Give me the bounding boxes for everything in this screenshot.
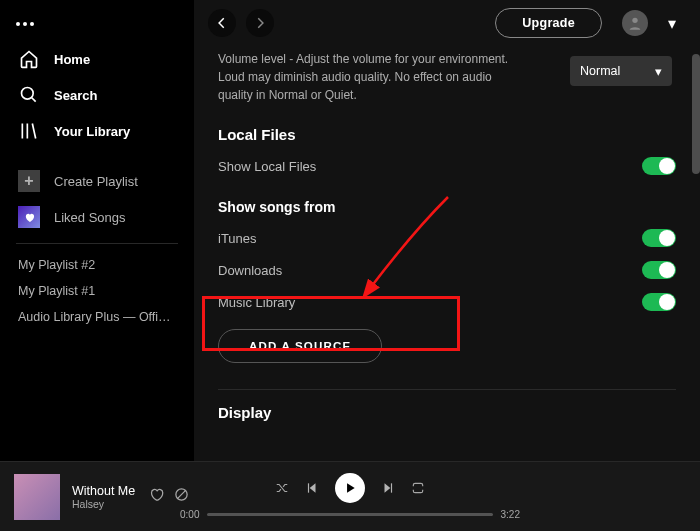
source-label: Downloads [218, 263, 282, 278]
nav-search-label: Search [54, 88, 97, 103]
playlist-item[interactable]: Audio Library Plus — Officia... [0, 304, 194, 330]
plus-icon: + [18, 170, 40, 192]
current-time: 0:00 [180, 509, 199, 520]
user-avatar[interactable] [622, 10, 648, 36]
source-toggle-downloads[interactable] [642, 261, 676, 279]
svg-marker-11 [385, 483, 391, 492]
liked-songs-label: Liked Songs [54, 210, 126, 225]
source-toggle-itunes[interactable] [642, 229, 676, 247]
sidebar-divider [16, 243, 178, 244]
shuffle-button[interactable] [275, 481, 289, 495]
svg-rect-12 [391, 483, 392, 492]
svg-point-5 [632, 18, 637, 23]
progress-bar[interactable] [207, 513, 492, 516]
add-source-button[interactable]: ADD A SOURCE [218, 329, 382, 363]
track-title[interactable]: Without Me [72, 484, 135, 498]
create-playlist-label: Create Playlist [54, 174, 138, 189]
window-menu-icon[interactable] [0, 8, 194, 35]
search-icon [18, 84, 40, 106]
upgrade-button[interactable]: Upgrade [495, 8, 602, 38]
svg-rect-9 [308, 483, 309, 492]
back-button[interactable] [208, 9, 236, 37]
svg-line-1 [32, 98, 36, 102]
source-label: Music Library [218, 295, 295, 310]
track-artist[interactable]: Halsey [72, 498, 135, 510]
nav-library[interactable]: Your Library [0, 113, 194, 149]
svg-point-0 [22, 88, 34, 100]
liked-songs[interactable]: Liked Songs [0, 199, 194, 235]
heart-icon [18, 206, 40, 228]
source-label: iTunes [218, 231, 257, 246]
next-button[interactable] [381, 481, 395, 495]
playlist-item[interactable]: My Playlist #1 [0, 278, 194, 304]
show-songs-header: Show songs from [218, 199, 676, 215]
nav-home[interactable]: Home [0, 41, 194, 77]
previous-button[interactable] [305, 481, 319, 495]
library-icon [18, 120, 40, 142]
source-toggle-music-library[interactable] [642, 293, 676, 311]
forward-button[interactable] [246, 9, 274, 37]
display-header: Display [218, 404, 676, 421]
nav-search[interactable]: Search [0, 77, 194, 113]
svg-marker-8 [310, 483, 316, 492]
total-time: 3:22 [501, 509, 520, 520]
show-local-label: Show Local Files [218, 159, 316, 174]
nav-home-label: Home [54, 52, 90, 67]
account-menu[interactable]: ▾ [658, 14, 686, 33]
show-local-toggle[interactable] [642, 157, 676, 175]
section-divider [218, 389, 676, 390]
album-cover[interactable] [14, 474, 60, 520]
svg-marker-10 [347, 483, 355, 492]
local-files-header: Local Files [218, 126, 676, 143]
create-playlist[interactable]: + Create Playlist [0, 163, 194, 199]
playlist-item[interactable]: My Playlist #2 [0, 252, 194, 278]
nav-library-label: Your Library [54, 124, 130, 139]
volume-help-text: Volume level - Adjust the volume for you… [218, 50, 528, 104]
like-track-button[interactable] [149, 487, 164, 506]
repeat-button[interactable] [411, 481, 425, 495]
home-icon [18, 48, 40, 70]
play-button[interactable] [335, 473, 365, 503]
svg-line-4 [32, 124, 35, 139]
scrollbar[interactable] [692, 54, 700, 174]
